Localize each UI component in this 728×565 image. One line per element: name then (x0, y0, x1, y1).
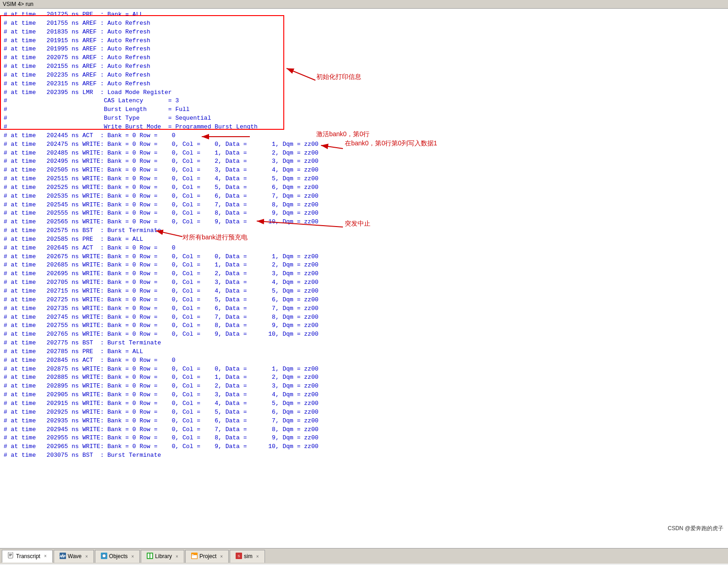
console-line: # at time 201755 ns AREF : Auto Refresh (4, 19, 724, 28)
console-line: # at time 202845 ns ACT : Bank = 0 Row =… (4, 356, 724, 365)
console-line: # at time 202645 ns ACT : Bank = 0 Row =… (4, 244, 724, 253)
tab-wave[interactable]: Wave× (54, 550, 94, 563)
annotation-precharge: 对所有bank进行预充电 (182, 233, 248, 242)
console-line: # at time 202775 ns BST : Burst Terminat… (4, 339, 724, 348)
title-text: VSIM 4> run (3, 1, 33, 7)
console-line: # at time 202535 ns WRITE: Bank = 0 Row … (4, 192, 724, 201)
console-line: # at time 202075 ns AREF : Auto Refresh (4, 54, 724, 62)
console-line: # at time 202935 ns WRITE: Bank = 0 Row … (4, 417, 724, 426)
console-line: # at time 202965 ns WRITE: Bank = 0 Row … (4, 443, 724, 451)
console-line: # at time 202755 ns WRITE: Bank = 0 Row … (4, 321, 724, 330)
console-line: # at time 202955 ns WRITE: Bank = 0 Row … (4, 434, 724, 443)
console-line: # at time 202505 ns WRITE: Bank = 0 Row … (4, 166, 724, 175)
annotation-activate: 激活bank0，第0行 (316, 130, 370, 138)
tab-objects[interactable]: Objects× (95, 550, 140, 563)
console-line: # Burst Type = Sequential (4, 114, 724, 123)
console-line: # at time 202915 ns WRITE: Bank = 0 Row … (4, 399, 724, 408)
tab-transcript[interactable]: Transcript× (2, 550, 53, 563)
console-line: # at time 202945 ns WRITE: Bank = 0 Row … (4, 426, 724, 434)
console-line: # at time 202785 ns PRE : Bank = ALL (4, 348, 724, 356)
console-line: # at time 202585 ns PRE : Bank = ALL (4, 235, 724, 244)
tab-close-button[interactable]: × (256, 554, 259, 559)
console-line: # at time 202485 ns WRITE: Bank = 0 Row … (4, 149, 724, 158)
console-line: # at time 201915 ns AREF : Auto Refresh (4, 37, 724, 45)
console-line: # at time 202675 ns WRITE: Bank = 0 Row … (4, 253, 724, 261)
annotation-burst: 突发中止 (345, 220, 370, 228)
annotation-write: 在bank0，第0行第0列写入数据1 (345, 139, 437, 148)
tab-library[interactable]: Library× (141, 550, 184, 563)
doc-icon (8, 552, 14, 560)
tab-sim[interactable]: Ssim× (230, 550, 265, 563)
status-bar: CSDN @爱奔跑的虎子 (667, 525, 723, 532)
console-line: # at time 202545 ns WRITE: Bank = 0 Row … (4, 201, 724, 210)
tab-close-button[interactable]: × (132, 554, 134, 559)
status-text: CSDN @爱奔跑的虎子 (667, 525, 723, 532)
svg-point-12 (102, 554, 106, 558)
console-line: # at time 202315 ns AREF : Auto Refresh (4, 80, 724, 89)
console-line: # at time 202715 ns WRITE: Bank = 0 Row … (4, 287, 724, 296)
console-line: # at time 202745 ns WRITE: Bank = 0 Row … (4, 313, 724, 322)
svg-rect-17 (192, 555, 197, 559)
wave-icon (60, 553, 66, 560)
console-line: # at time 202875 ns WRITE: Bank = 0 Row … (4, 365, 724, 374)
obj-icon (101, 553, 107, 560)
console-line: # at time 202885 ns WRITE: Bank = 0 Row … (4, 373, 724, 382)
svg-text:S: S (237, 554, 240, 558)
console-line: # at time 202495 ns WRITE: Bank = 0 Row … (4, 157, 724, 166)
console-line: # at time 202695 ns WRITE: Bank = 0 Row … (4, 270, 724, 278)
lib-icon (147, 553, 153, 560)
tab-label: Library (155, 553, 172, 559)
tab-close-button[interactable]: × (220, 554, 223, 559)
console-area[interactable]: 初始化打印信息 激活bank0，第0行 在bank0，第0行第0列写入数据1 突… (0, 9, 728, 548)
console-line: # at time 202155 ns AREF : Auto Refresh (4, 62, 724, 71)
console-line: # at time 202235 ns AREF : Auto Refresh (4, 71, 724, 80)
tab-close-button[interactable]: × (176, 554, 178, 559)
console-line: # at time 202735 ns WRITE: Bank = 0 Row … (4, 305, 724, 313)
console-line: # CAS Latency = 3 (4, 97, 724, 105)
console-line: # at time 202895 ns WRITE: Bank = 0 Row … (4, 382, 724, 391)
tab-label: Project (199, 553, 216, 559)
tab-close-button[interactable]: × (44, 554, 47, 559)
console-line: # at time 202395 ns LMR : Load Mode Regi… (4, 89, 724, 97)
tab-label: sim (244, 553, 253, 559)
tab-label: Objects (109, 553, 128, 559)
console-line: # at time 202725 ns WRITE: Bank = 0 Row … (4, 296, 724, 305)
annotation-init: 初始化打印信息 (316, 73, 361, 81)
console-line: # at time 201835 ns AREF : Auto Refresh (4, 28, 724, 37)
svg-rect-15 (150, 554, 152, 558)
tab-label: Transcript (16, 553, 40, 559)
console-line: # at time 202525 ns WRITE: Bank = 0 Row … (4, 183, 724, 192)
console-line: # at time 202685 ns WRITE: Bank = 0 Row … (4, 261, 724, 270)
console-line: # at time 202555 ns WRITE: Bank = 0 Row … (4, 209, 724, 218)
tab-label: Wave (68, 553, 82, 559)
console-line: # at time 202515 ns WRITE: Bank = 0 Row … (4, 175, 724, 183)
console-line: # at time 202765 ns WRITE: Bank = 0 Row … (4, 330, 724, 339)
svg-rect-14 (148, 554, 149, 558)
tab-close-button[interactable]: × (85, 554, 88, 559)
console-line: # at time 202925 ns WRITE: Bank = 0 Row … (4, 408, 724, 417)
main-content: 初始化打印信息 激活bank0，第0行 在bank0，第0行第0列写入数据1 突… (0, 9, 728, 548)
console-line: # at time 202905 ns WRITE: Bank = 0 Row … (4, 391, 724, 399)
title-bar: VSIM 4> run (0, 0, 728, 9)
console-line: # Burst Length = Full (4, 105, 724, 114)
sim-icon: S (236, 553, 242, 560)
proj-icon (191, 553, 198, 560)
console-line: # at time 201725 ns PRE : Bank = ALL (4, 11, 724, 19)
console-line: # at time 202705 ns WRITE: Bank = 0 Row … (4, 278, 724, 287)
tab-bar: Transcript×Wave×Objects×Library×Project×… (0, 548, 728, 564)
console-line: # at time 203075 ns BST : Burst Terminat… (4, 451, 724, 460)
tab-project[interactable]: Project× (185, 550, 229, 563)
console-line: # at time 201995 ns AREF : Auto Refresh (4, 45, 724, 54)
